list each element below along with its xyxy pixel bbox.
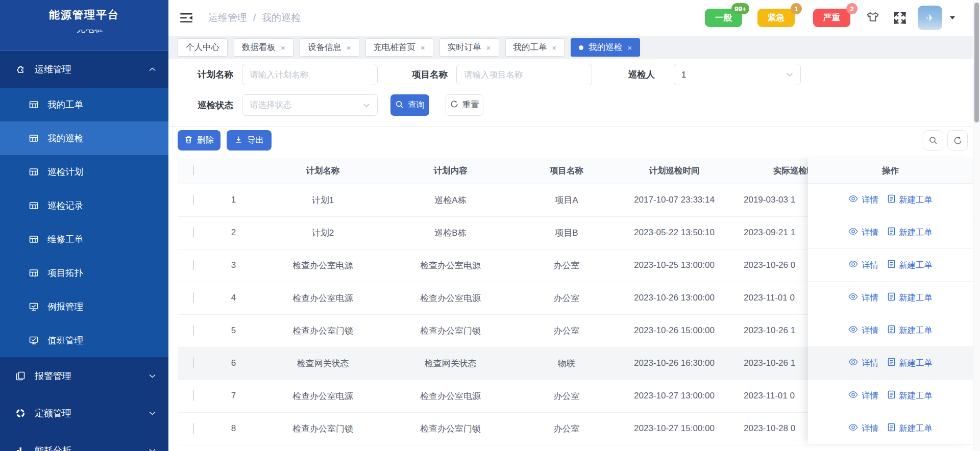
- sidebar-item-project-topology[interactable]: 项目拓扑: [0, 256, 168, 290]
- row-checkbox[interactable]: [193, 292, 194, 303]
- search-button[interactable]: 查询: [390, 94, 429, 116]
- export-button[interactable]: 导出: [227, 130, 272, 151]
- detail-link[interactable]: 详情: [848, 390, 878, 402]
- sidebar-group-quota-management[interactable]: 定额管理: [0, 394, 168, 432]
- row-checkbox[interactable]: [193, 325, 194, 336]
- row-checkbox[interactable]: [193, 358, 194, 368]
- chevron-down-icon: [149, 448, 156, 451]
- detail-link[interactable]: 详情: [848, 358, 878, 369]
- plan-name-label: 计划名称: [177, 68, 233, 81]
- table-row[interactable]: 7 检查办公室电源 检查办公室电源 办公室 2023-10-27 13:00:0…: [178, 380, 808, 412]
- tab-charging-pile-home[interactable]: 充电桩首页 ×: [365, 38, 433, 57]
- detail-link[interactable]: 详情: [848, 227, 878, 238]
- create-order-link[interactable]: 新建工单: [888, 390, 933, 402]
- sidebar-item-my-workorders[interactable]: 我的工单: [0, 88, 168, 121]
- theme-tshirt-icon[interactable]: [865, 10, 881, 26]
- sidebar-submenu: 我的工单 我的巡检 巡检计划 巡检记录 维修工单 项目拓扑 例报管理 值班管理: [0, 88, 168, 357]
- cell-planned-time: 2023-10-27 15:00:00: [620, 412, 728, 445]
- fullscreen-icon[interactable]: [892, 10, 908, 26]
- scrollbar-thumb[interactable]: [974, 3, 979, 122]
- close-icon[interactable]: ×: [281, 43, 285, 52]
- table-row-hovered[interactable]: 6 检查网关状态 检查网关状态 物联 2023-10-26 16:30:00 2…: [178, 347, 808, 380]
- create-order-link[interactable]: 新建工单: [888, 260, 933, 271]
- project-name-input[interactable]: [456, 64, 592, 85]
- create-order-link[interactable]: 新建工单: [888, 292, 933, 304]
- table-row[interactable]: 5 检查办公室门锁 检查办公室门锁 办公室 2023-10-26 15:00:0…: [178, 314, 808, 347]
- tab-device-info[interactable]: 设备信息 ×: [300, 38, 359, 57]
- sidebar-group-ops-management[interactable]: 运维管理: [0, 51, 168, 88]
- header-plan-content: 计划内容: [388, 158, 513, 184]
- tab-my-inspections[interactable]: 我的巡检 ×: [571, 38, 640, 57]
- create-order-link[interactable]: 新建工单: [888, 194, 933, 206]
- refresh-icon-button[interactable]: [947, 130, 968, 151]
- row-checkbox[interactable]: [193, 227, 194, 238]
- sidebar-item-repair-workorders[interactable]: 维修工单: [0, 222, 168, 256]
- sidebar-item-my-inspections[interactable]: 我的巡检: [0, 121, 168, 155]
- delete-button[interactable]: 删除: [178, 130, 220, 151]
- row-checkbox[interactable]: [193, 390, 194, 401]
- tab-realtime-orders[interactable]: 实时订单 ×: [439, 38, 499, 57]
- tab-data-dashboard[interactable]: 数据看板 ×: [234, 38, 293, 57]
- alert-severe-button[interactable]: 严重 2: [813, 9, 850, 27]
- sidebar-item-charging-pile[interactable]: 充电桩: [0, 30, 168, 51]
- sidebar-group-label: 报警管理: [35, 370, 71, 382]
- filter-row-1: 计划名称 项目名称 巡检人 1: [168, 64, 801, 85]
- inspector-select[interactable]: 1: [674, 64, 801, 85]
- create-order-link[interactable]: 新建工单: [888, 423, 933, 434]
- table-row[interactable]: 3 检查办公室电源 检查办公室电源 办公室 2023-10-25 13:00:0…: [178, 249, 808, 282]
- detail-link[interactable]: 详情: [848, 292, 878, 304]
- status-select[interactable]: 请选择状态: [242, 94, 378, 116]
- sidebar-item-inspection-plans[interactable]: 巡检计划: [0, 155, 168, 189]
- create-order-link[interactable]: 新建工单: [888, 227, 933, 238]
- sidebar-item-label: 巡检计划: [47, 166, 83, 178]
- file-icon: [888, 423, 895, 434]
- close-icon[interactable]: ×: [347, 43, 351, 52]
- header-planned-time: 计划巡检时间: [620, 158, 728, 184]
- row-checkbox[interactable]: [193, 194, 194, 205]
- close-icon[interactable]: ×: [421, 43, 425, 52]
- avatar[interactable]: ✈: [918, 6, 942, 30]
- breadcrumb-level1[interactable]: 运维管理: [208, 11, 247, 24]
- detail-link[interactable]: 详情: [848, 194, 878, 206]
- sidebar-item-duty-management[interactable]: 值班管理: [0, 323, 168, 357]
- create-order-link[interactable]: 新建工单: [888, 325, 933, 336]
- file-icon: [888, 292, 895, 303]
- detail-link[interactable]: 详情: [848, 423, 878, 434]
- sidebar-item-report-management[interactable]: 例报管理: [0, 290, 168, 323]
- close-icon[interactable]: ×: [486, 43, 491, 52]
- create-order-link[interactable]: 新建工单: [888, 358, 933, 369]
- cell-plan-content: 检查办公室电源: [388, 380, 513, 412]
- eye-icon: [848, 325, 858, 335]
- tab-my-workorders[interactable]: 我的工单 ×: [505, 38, 565, 57]
- detail-link[interactable]: 详情: [848, 260, 878, 271]
- table-row[interactable]: 2 计划2 巡检B栋 项目B 2023-05-22 13:50:10 2023-…: [178, 216, 808, 249]
- caret-down-icon[interactable]: [949, 16, 955, 20]
- cell-actual-time: 2023-10-26 1: [728, 314, 808, 347]
- sidebar-item-inspection-records[interactable]: 巡检记录: [0, 189, 168, 222]
- alert-urgent-button[interactable]: 紧急 1: [757, 9, 795, 27]
- close-icon[interactable]: ×: [627, 43, 632, 52]
- detail-link[interactable]: 详情: [848, 325, 878, 336]
- sidebar-item-label: 例报管理: [47, 300, 83, 313]
- data-table: 计划名称 计划内容 项目名称 计划巡检时间 实际巡检时间 1 计划1 巡检A栋 …: [178, 158, 808, 445]
- table-row[interactable]: 4 检查办公室电源 检查办公室电源 办公室 2023-10-26 13:00:0…: [178, 282, 808, 314]
- select-all-checkbox[interactable]: [193, 165, 194, 176]
- search-icon-button[interactable]: [923, 130, 943, 151]
- row-checkbox[interactable]: [193, 423, 194, 434]
- sidebar-group-energy-analysis[interactable]: 能耗分析: [0, 432, 168, 451]
- tab-personal-center[interactable]: 个人中心: [178, 38, 228, 57]
- table-row[interactable]: 1 计划1 巡检A栋 项目A 2017-10-07 23:33:14 2019-…: [178, 184, 808, 216]
- table-row[interactable]: 8 检查办公室门锁 检查办公室门锁 办公室 2023-10-27 15:00:0…: [178, 412, 808, 445]
- menu-fold-icon[interactable]: [180, 12, 193, 23]
- file-icon: [888, 227, 895, 238]
- sidebar-group-alarm-management[interactable]: 报警管理: [0, 357, 168, 394]
- row-checkbox[interactable]: [193, 260, 194, 270]
- reset-button[interactable]: 重置: [446, 94, 483, 116]
- cell-actual-time: 2023-11-01 0: [728, 282, 808, 314]
- file-icon: [888, 325, 895, 336]
- sidebar-item-label: 维修工单: [47, 233, 83, 245]
- plan-name-input[interactable]: [242, 64, 378, 85]
- close-icon[interactable]: ×: [552, 43, 557, 52]
- alert-count-badge: 99+: [731, 3, 749, 14]
- alert-general-button[interactable]: 一般 99+: [705, 9, 742, 27]
